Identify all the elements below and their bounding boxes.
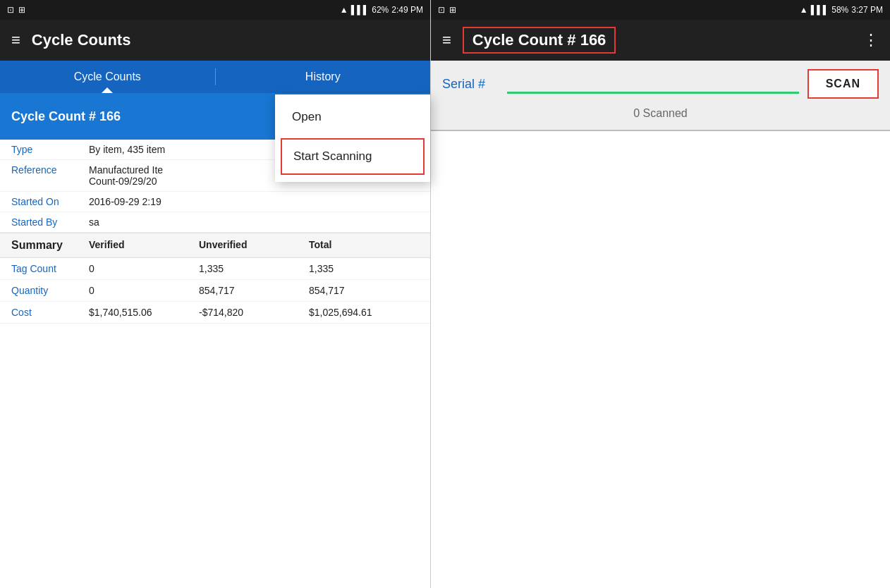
notification-icon-1: ⊡ [7, 5, 14, 15]
value-reference: Manufactured IteCount-09/29/20 [89, 164, 163, 187]
right-app-bar: ≡ Cycle Count # 166 ⋮ [431, 20, 890, 61]
summary-label-tag-count: Tag Count [11, 263, 89, 274]
summary-val-tag-verified: 0 [89, 263, 199, 274]
detail-row-started-by: Started By sa [0, 212, 430, 233]
summary-col-label: Summary [11, 239, 89, 252]
label-started-by: Started By [11, 216, 89, 228]
right-content-area [431, 131, 890, 588]
left-app-bar: ≡ Cycle Counts [0, 20, 430, 61]
serial-label: Serial # [442, 77, 499, 92]
notification-icon-r1: ⊡ [438, 5, 445, 15]
scan-section: Serial # SCAN 0 Scanned [431, 61, 890, 131]
scan-button[interactable]: SCAN [807, 69, 879, 99]
app-title-left: Cycle Counts [32, 31, 419, 49]
summary-val-tag-total: 1,335 [309, 263, 419, 274]
more-icon-right[interactable]: ⋮ [863, 31, 879, 49]
summary-col-unverified: Unverified [199, 239, 309, 252]
summary-val-qty-total: 854,717 [309, 285, 419, 296]
time-right: 3:27 PM [851, 5, 883, 15]
right-status-right-icons: ▲ ▌▌▌ 58% 3:27 PM [800, 5, 883, 15]
summary-label-quantity: Quantity [11, 285, 89, 296]
hamburger-icon-right[interactable]: ≡ [442, 31, 451, 49]
value-started-by: sa [89, 216, 99, 228]
tab-history[interactable]: History [216, 61, 431, 93]
summary-val-cost-verified: $1,740,515.06 [89, 307, 199, 318]
summary-val-cost-total: $1,025,694.61 [309, 307, 419, 318]
serial-input[interactable] [507, 74, 799, 94]
battery-left: 62% [372, 5, 389, 15]
summary-val-qty-unverified: 854,717 [199, 285, 309, 296]
signal-icon: ▌▌▌ [351, 5, 370, 15]
battery-right: 58% [831, 5, 848, 15]
scanned-count: 0 Scanned [442, 102, 879, 123]
right-status-bar: ⊡ ⊞ ▲ ▌▌▌ 58% 3:27 PM [431, 0, 890, 20]
time-left: 2:49 PM [391, 5, 423, 15]
notification-icon-2: ⊞ [18, 5, 25, 15]
summary-col-total: Total [309, 239, 419, 252]
summary-header: Summary Verified Unverified Total [0, 233, 430, 258]
summary-row-quantity: Quantity 0 854,717 854,717 [0, 280, 430, 302]
summary-row-cost: Cost $1,740,515.06 -$714,820 $1,025,694.… [0, 302, 430, 324]
right-phone: ⊡ ⊞ ▲ ▌▌▌ 58% 3:27 PM ≡ Cycle Count # 16… [431, 0, 890, 588]
left-status-bar: ⊡ ⊞ ▲ ▌▌▌ 62% 2:49 PM [0, 0, 430, 20]
signal-icon-right: ▌▌▌ [811, 5, 829, 15]
tab-cycle-counts[interactable]: Cycle Counts [0, 61, 215, 93]
serial-input-container [507, 74, 799, 94]
label-type: Type [11, 144, 89, 155]
wifi-icon: ▲ [340, 5, 348, 15]
wifi-icon-right: ▲ [800, 5, 808, 15]
summary-label-cost: Cost [11, 307, 89, 318]
summary-val-tag-unverified: 1,335 [199, 263, 309, 274]
label-reference: Reference [11, 164, 89, 176]
menu-item-start-scanning[interactable]: Start Scanning [281, 138, 425, 175]
summary-val-qty-verified: 0 [89, 285, 199, 296]
hamburger-icon-left[interactable]: ≡ [11, 31, 20, 49]
value-started-on: 2016-09-29 2:19 [89, 196, 161, 207]
value-type: By item, 435 item [89, 144, 165, 155]
right-status-left-icons: ⊡ ⊞ [438, 5, 456, 15]
summary-row-tag-count: Tag Count 0 1,335 1,335 [0, 258, 430, 280]
summary-col-verified: Verified [89, 239, 199, 252]
detail-section: Type By item, 435 item Reference Manufac… [0, 140, 430, 588]
menu-item-open[interactable]: Open [275, 99, 430, 135]
label-started-on: Started On [11, 196, 89, 207]
cycle-count-title: Cycle Count # 166 [11, 109, 121, 124]
left-status-icons: ⊡ ⊞ [7, 5, 25, 15]
app-title-right: Cycle Count # 166 [463, 27, 852, 54]
right-status-icons: ▲ ▌▌▌ 62% 2:49 PM [340, 5, 423, 15]
summary-val-cost-unverified: -$714,820 [199, 307, 309, 318]
notification-icon-r2: ⊞ [449, 5, 456, 15]
tab-bar-left: Cycle Counts History [0, 61, 430, 93]
detail-row-started-on: Started On 2016-09-29 2:19 [0, 192, 430, 212]
left-phone: ⊡ ⊞ ▲ ▌▌▌ 62% 2:49 PM ≡ Cycle Counts Cyc… [0, 0, 431, 588]
title-box-right: Cycle Count # 166 [463, 27, 616, 54]
scan-input-row: Serial # SCAN [442, 69, 879, 99]
dropdown-menu: Open Start Scanning [275, 94, 430, 182]
